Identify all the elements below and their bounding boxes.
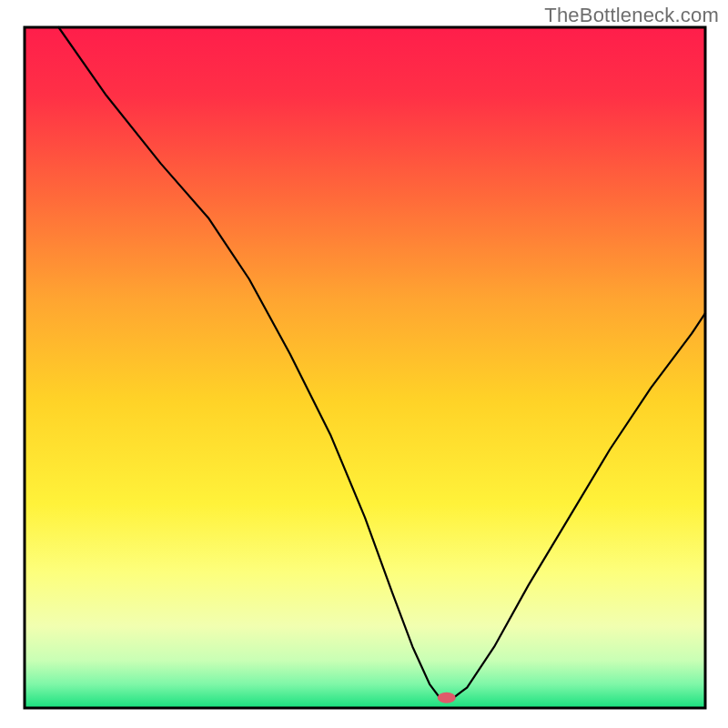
svg-rect-1 <box>25 27 705 708</box>
background-gradient <box>25 27 705 708</box>
bottleneck-chart <box>0 0 728 728</box>
optimal-marker <box>438 693 456 703</box>
chart-stage: TheBottleneck.com <box>0 0 728 728</box>
